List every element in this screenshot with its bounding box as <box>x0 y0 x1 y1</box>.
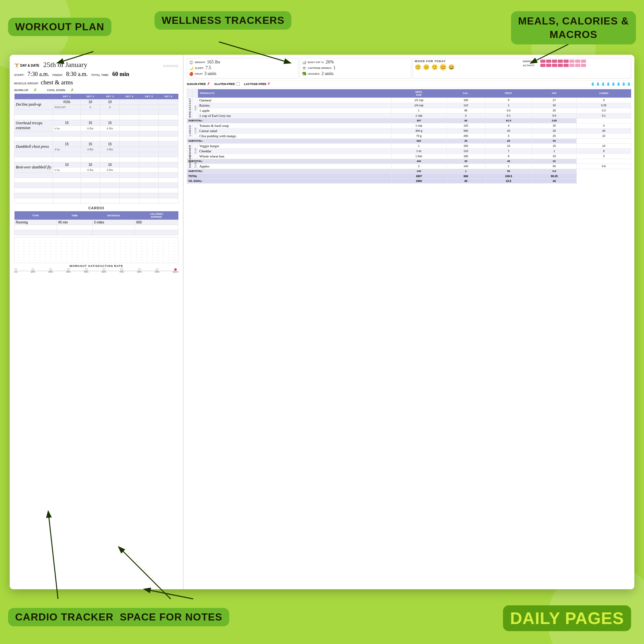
set3-header: SET 3 <box>100 94 120 99</box>
activity-block-6 <box>569 64 574 67</box>
mood-face-4[interactable]: 😊 <box>440 64 446 70</box>
meal-label-3: SNACKS <box>187 164 193 169</box>
note-dot <box>45 260 46 260</box>
tick-20: 20% <box>31 268 35 273</box>
food-name-0-0: Oatmeal <box>198 98 392 103</box>
total-val-3: 80.25 <box>532 174 577 178</box>
food-val-3-0-1: 2 <box>391 164 446 169</box>
note-dot <box>77 254 78 255</box>
food-val-3-0-4: 50 <box>532 164 577 169</box>
note-dot <box>142 240 142 241</box>
mood-face-1[interactable]: 🙁 <box>415 64 421 70</box>
mood-face-5[interactable]: 😄 <box>448 64 455 70</box>
activity-block-3 <box>552 64 557 67</box>
food-val-0-0-2: 150 <box>446 98 485 103</box>
food-val-0-1-5: 0.25 <box>577 103 631 108</box>
note-dot <box>158 257 158 258</box>
note-dot <box>104 246 105 246</box>
note-dot <box>18 249 19 249</box>
note-dot <box>77 243 78 243</box>
note-dot <box>131 246 131 246</box>
note-dot <box>168 249 169 249</box>
set-1-3 <box>120 120 139 126</box>
note-dot <box>88 254 89 255</box>
food-val-0-0-1: 1/2 cup <box>391 98 446 103</box>
note-dot <box>99 257 99 258</box>
cardio-calories: 600 <box>135 220 178 225</box>
note-dot <box>136 260 137 260</box>
note-dot <box>56 246 56 246</box>
note-dot <box>66 251 67 252</box>
caffeine-icon: ☕ <box>302 66 307 70</box>
goal-val-1: 45 <box>446 178 485 183</box>
food-table-header-row: PRODUCTS SERV.SIZE CAL. PROT. FAT CARBS <box>187 89 631 98</box>
mood-energy-inner: MOOD FOR TODAY 🙁 😐 🙂 😊 😄 ENERGY <box>415 60 629 70</box>
note-dot <box>56 251 56 252</box>
energy-block-7 <box>575 60 580 63</box>
food-val-1-2-1: 75 g <box>391 133 446 138</box>
note-dot <box>163 249 164 249</box>
set-3-5 <box>159 162 178 167</box>
body-fat-icon: 📊 <box>302 60 307 64</box>
food-row-1-0: LUNCH13:00Tomato & basil soup1 cup120420… <box>187 123 631 128</box>
food-row-2-1: Cheddar1 oz110719 <box>187 148 631 154</box>
note-dot <box>34 246 35 246</box>
weight-3-2: 6 lbs <box>100 167 120 173</box>
food-val-0-2-3: 0.5 <box>485 108 532 113</box>
note-dot <box>77 260 78 260</box>
mood-face-3[interactable]: 🙂 <box>431 64 438 70</box>
mood-face-2[interactable]: 😐 <box>423 64 430 70</box>
note-dot <box>72 254 72 255</box>
weight-2-1: 4 lbs <box>81 147 100 152</box>
note-dot <box>109 257 110 258</box>
note-dot <box>99 240 99 241</box>
subtotal-row-0: SUBTOTAL:3576681.53.65 <box>187 118 631 123</box>
note-dot <box>82 257 83 258</box>
note-dot <box>126 243 126 243</box>
gluten-free-item: GLUTEN-FREE <box>214 82 240 86</box>
tick-70: 70% <box>119 268 124 273</box>
meal-time-3: 10:00 <box>193 164 198 169</box>
note-dot <box>61 254 62 255</box>
cool-down-label: COOL DOWN <box>47 89 65 92</box>
distance-header: DISTANCE <box>92 211 135 220</box>
food-row-1-1: Caesar salad300 g500202040 <box>187 128 631 133</box>
food-val-1-2-2: 200 <box>446 133 485 138</box>
set-3-2: 10 <box>100 162 120 167</box>
note-dot <box>88 240 89 241</box>
subtotal-label-3: SUBTOTAL: <box>187 169 392 174</box>
note-dot <box>142 251 142 252</box>
food-row-0-0: BREAKFAST9:00Oatmeal1/2 cup1505273 <box>187 98 631 103</box>
note-dot <box>174 243 175 243</box>
note-dot <box>24 260 24 260</box>
empty-row <box>14 157 178 162</box>
note-dot <box>66 249 67 249</box>
caffeine-row: ☕ CAFFEINE DRINKS: 1 <box>302 65 409 71</box>
note-dot <box>163 251 164 252</box>
set-0-5 <box>159 99 178 105</box>
note-dot <box>168 240 169 241</box>
note-dot <box>29 260 30 260</box>
start-value: 7:30 a.m. <box>27 71 49 78</box>
tick-100: 100% <box>173 268 178 273</box>
subtotal-val-0-2: 81.5 <box>485 118 532 123</box>
sleep-row: 🌙 SLEEP: 7.5 <box>189 65 296 71</box>
note-dot <box>120 249 121 249</box>
total-label: TOTAL <box>187 174 392 178</box>
note-dot <box>18 246 19 246</box>
note-dot <box>88 257 89 258</box>
note-dot <box>40 243 40 243</box>
meal-time-2: 19:00 <box>193 143 198 159</box>
food-row-0-2: 1 apple1950.5250.3 <box>187 108 631 113</box>
vs-goal-label: VS. GOAL: <box>187 178 392 183</box>
note-dot <box>136 243 137 243</box>
note-dot <box>126 249 126 249</box>
note-dot <box>99 249 99 249</box>
note-dot <box>18 260 19 260</box>
note-dot <box>174 240 175 241</box>
note-dot <box>109 260 110 260</box>
set-1-4 <box>139 120 159 126</box>
note-dot <box>131 249 131 249</box>
note-dot <box>77 257 78 258</box>
note-dot <box>174 254 175 255</box>
